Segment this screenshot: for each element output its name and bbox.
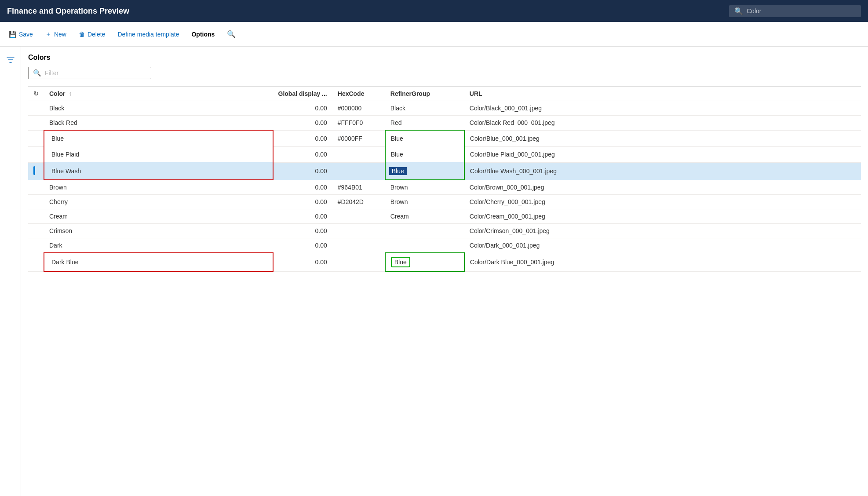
- cell-hexcode: [332, 162, 385, 180]
- table-row[interactable]: Dark0.00Color/Dark_000_001.jpeg: [28, 238, 861, 253]
- table-row[interactable]: Crimson0.00Color/Crimson_000_001.jpeg: [28, 224, 861, 238]
- delete-button[interactable]: 🗑 Delete: [73, 28, 110, 40]
- cell-color: Blue Wash: [44, 162, 273, 180]
- cell-color: Blue Plaid: [44, 146, 273, 162]
- row-indicator-cell: [28, 130, 44, 146]
- cell-url: Color/Dark_000_001.jpeg: [464, 238, 861, 253]
- table-row[interactable]: Cherry0.00#D2042DBrownColor/Cherry_000_0…: [28, 195, 861, 209]
- cell-color: Blue: [44, 130, 273, 146]
- refresh-icon: ↻: [33, 90, 39, 97]
- row-indicator-cell: [28, 101, 44, 116]
- table-row[interactable]: Cream0.00CreamColor/Cream_000_001.jpeg: [28, 209, 861, 224]
- save-button[interactable]: 💾 Save: [4, 28, 38, 40]
- cell-color: Dark: [44, 238, 273, 253]
- content-area: Colors 🔍 ↻ Color ↑ Global display ... He…: [0, 47, 868, 496]
- cell-color: Cherry: [44, 195, 273, 209]
- colors-table: ↻ Color ↑ Global display ... HexCode Ref…: [28, 86, 861, 272]
- cell-url: Color/Blue_000_001.jpeg: [464, 130, 861, 146]
- sort-icon: ↑: [69, 90, 72, 97]
- cell-url: Color/Dark Blue_000_001.jpeg: [464, 253, 861, 271]
- search-input[interactable]: [747, 7, 856, 15]
- th-url[interactable]: URL: [464, 87, 861, 101]
- cell-refiner-group[interactable]: Brown: [385, 195, 464, 209]
- search-icon: 🔍: [734, 7, 743, 15]
- row-indicator-cell: [28, 253, 44, 271]
- filter-input[interactable]: [45, 69, 146, 77]
- table-row[interactable]: Black0.00#000000BlackColor/Black_000_001…: [28, 101, 861, 116]
- cell-hexcode: #000000: [332, 101, 385, 116]
- cell-global-display: 0.00: [273, 162, 332, 180]
- cell-global-display: 0.00: [273, 238, 332, 253]
- table-row[interactable]: Dark Blue0.00BlueColor/Dark Blue_000_001…: [28, 253, 861, 271]
- header: Finance and Operations Preview 🔍: [0, 0, 868, 22]
- cell-refiner-group[interactable]: Blue: [385, 162, 464, 180]
- row-indicator-cell: [28, 209, 44, 224]
- cell-global-display: 0.00: [273, 224, 332, 238]
- cell-url: Color/Black_000_001.jpeg: [464, 101, 861, 116]
- row-indicator-cell: [28, 238, 44, 253]
- cell-hexcode: #FFF0F0: [332, 116, 385, 131]
- app-title: Finance and Operations Preview: [7, 7, 129, 16]
- cell-url: Color/Brown_000_001.jpeg: [464, 180, 861, 195]
- cell-refiner-group[interactable]: Blue: [385, 130, 464, 146]
- cell-global-display: 0.00: [273, 146, 332, 162]
- cell-hexcode: [332, 253, 385, 271]
- delete-icon: 🗑: [79, 31, 85, 38]
- global-search[interactable]: 🔍: [729, 5, 861, 17]
- section-title: Colors: [28, 54, 861, 62]
- th-global-display[interactable]: Global display ...: [273, 87, 332, 101]
- cell-color: Brown: [44, 180, 273, 195]
- table-row[interactable]: Blue Wash0.00BlueColor/Blue Wash_000_001…: [28, 162, 861, 180]
- table-row[interactable]: Black Red0.00#FFF0F0RedColor/Black Red_0…: [28, 116, 861, 131]
- editing-text: Blue: [389, 167, 407, 175]
- cell-refiner-group[interactable]: Blue: [385, 253, 464, 271]
- cell-global-display: 0.00: [273, 116, 332, 131]
- filter-search-icon: 🔍: [33, 69, 41, 77]
- row-indicator-cell: [28, 195, 44, 209]
- cell-refiner-group[interactable]: Black: [385, 101, 464, 116]
- cell-url: Color/Black Red_000_001.jpeg: [464, 116, 861, 131]
- cell-refiner-group[interactable]: Brown: [385, 180, 464, 195]
- cell-hexcode: [332, 146, 385, 162]
- cell-refiner-group[interactable]: Red: [385, 116, 464, 131]
- filter-button[interactable]: [3, 52, 18, 69]
- new-button[interactable]: ＋ New: [40, 28, 72, 41]
- plus-icon: ＋: [45, 30, 51, 38]
- row-indicator-cell: [28, 116, 44, 131]
- cell-url: Color/Cream_000_001.jpeg: [464, 209, 861, 224]
- cell-refiner-group[interactable]: Cream: [385, 209, 464, 224]
- row-indicator-cell: [28, 162, 44, 180]
- th-refiner-group[interactable]: RefinerGroup: [385, 87, 464, 101]
- save-icon: 💾: [9, 31, 16, 38]
- cell-color: Black: [44, 101, 273, 116]
- refiner-green-outline: Blue: [391, 257, 410, 267]
- cell-hexcode: #D2042D: [332, 195, 385, 209]
- cell-refiner-group[interactable]: [385, 224, 464, 238]
- th-color[interactable]: Color ↑: [44, 87, 273, 101]
- options-button[interactable]: Options: [186, 28, 220, 40]
- cell-global-display: 0.00: [273, 195, 332, 209]
- cell-refiner-group[interactable]: Blue: [385, 146, 464, 162]
- filter-icon: [6, 55, 15, 64]
- table-row[interactable]: Brown0.00#964B01BrownColor/Brown_000_001…: [28, 180, 861, 195]
- cell-refiner-group[interactable]: [385, 238, 464, 253]
- cell-url: Color/Cherry_000_001.jpeg: [464, 195, 861, 209]
- filter-input-wrap[interactable]: 🔍: [28, 67, 151, 79]
- main-content: Colors 🔍 ↻ Color ↑ Global display ... He…: [21, 47, 868, 496]
- table-row[interactable]: Blue Plaid0.00BlueColor/Blue Plaid_000_0…: [28, 146, 861, 162]
- th-refresh[interactable]: ↻: [28, 87, 44, 101]
- row-indicator-cell: [28, 224, 44, 238]
- toolbar-search-icon: 🔍: [227, 30, 236, 38]
- table-row[interactable]: Blue0.00#0000FFBlueColor/Blue_000_001.jp…: [28, 130, 861, 146]
- cell-color: Dark Blue: [44, 253, 273, 271]
- th-hexcode[interactable]: HexCode: [332, 87, 385, 101]
- toolbar: 💾 Save ＋ New 🗑 Delete Define media templ…: [0, 22, 868, 47]
- row-indicator-cell: [28, 180, 44, 195]
- filter-bar: 🔍: [28, 67, 861, 79]
- cell-color: Crimson: [44, 224, 273, 238]
- toolbar-search-button[interactable]: 🔍: [222, 27, 241, 41]
- sidebar: [0, 47, 21, 496]
- cell-global-display: 0.00: [273, 253, 332, 271]
- row-indicator-cell: [28, 146, 44, 162]
- define-media-button[interactable]: Define media template: [112, 28, 184, 40]
